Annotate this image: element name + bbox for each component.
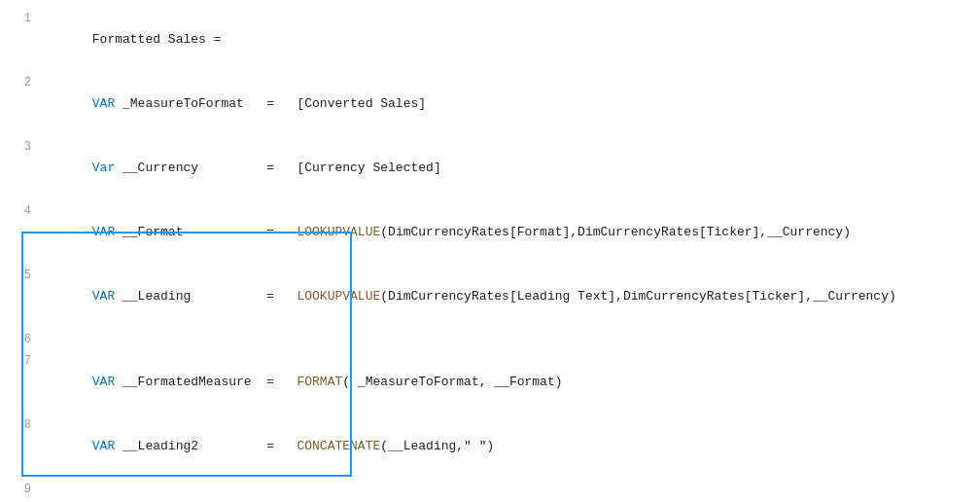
line-content-6 <box>47 329 54 350</box>
line-content-9: Var __FinalForamt = CONCATENATE(__Leadin… <box>47 479 623 502</box>
code-line-8: 8 VAR __Leading2 = CONCATENATE(__Leading… <box>0 414 980 479</box>
line-content-7: VAR __FormatedMeasure = FORMAT( _Measure… <box>47 350 563 414</box>
code-editor[interactable]: 1 Formatted Sales = 2 VAR _MeasureToForm… <box>0 0 980 502</box>
code-line-2: 2 VAR _MeasureToFormat = [Converted Sale… <box>0 72 980 136</box>
code-line-9: 9 Var __FinalForamt = CONCATENATE(__Lead… <box>0 479 980 502</box>
line-content-1: Formatted Sales = <box>47 8 221 72</box>
line-num-1: 1 <box>8 8 31 29</box>
line-num-6: 6 <box>8 329 31 350</box>
code-line-1: 1 Formatted Sales = <box>0 8 980 72</box>
line-num-7: 7 <box>8 350 31 372</box>
line-content-5: VAR __Leading = LOOKUPVALUE(DimCurrencyR… <box>47 265 896 329</box>
line-num-9: 9 <box>8 479 31 500</box>
line-content-4: VAR __Format = LOOKUPVALUE(DimCurrencyRa… <box>47 200 851 265</box>
line-num-8: 8 <box>8 414 31 436</box>
code-line-6: 6 <box>0 329 980 350</box>
code-line-4: 4 VAR __Format = LOOKUPVALUE(DimCurrency… <box>0 200 980 265</box>
line-num-5: 5 <box>8 265 31 286</box>
line-num-3: 3 <box>8 136 31 158</box>
line-content-8: VAR __Leading2 = CONCATENATE(__Leading,"… <box>47 414 494 479</box>
code-line-5: 5 VAR __Leading = LOOKUPVALUE(DimCurrenc… <box>0 265 980 329</box>
line-content-2: VAR _MeasureToFormat = [Converted Sales] <box>47 72 426 136</box>
code-line-7: 7 VAR __FormatedMeasure = FORMAT( _Measu… <box>0 350 980 414</box>
line-num-2: 2 <box>8 72 31 93</box>
line-num-4: 4 <box>8 200 31 222</box>
code-line-3: 3 Var __Currency = [Currency Selected] <box>0 136 980 200</box>
line-content-3: Var __Currency = [Currency Selected] <box>47 136 441 200</box>
